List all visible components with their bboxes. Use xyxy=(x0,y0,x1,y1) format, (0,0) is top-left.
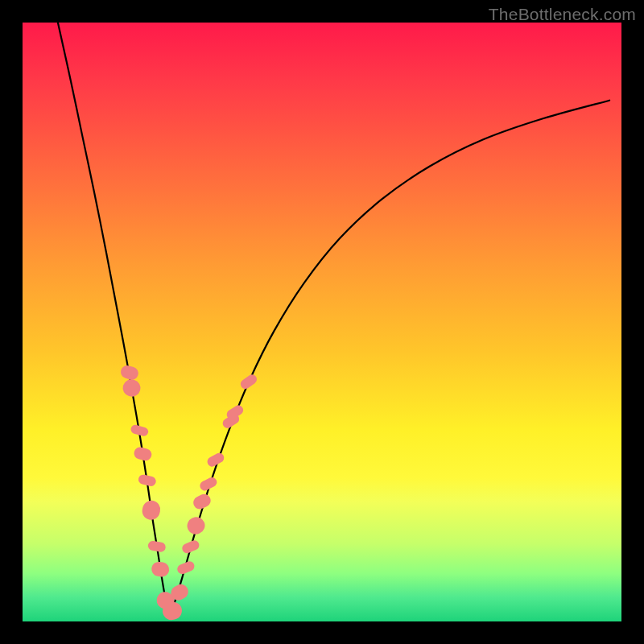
data-marker xyxy=(147,540,167,552)
data-marker xyxy=(205,452,225,469)
data-marker xyxy=(192,492,213,511)
data-marker xyxy=(180,539,200,554)
data-marker xyxy=(133,446,153,462)
markers-layer xyxy=(23,23,621,621)
data-marker xyxy=(141,499,162,522)
data-marker xyxy=(198,476,218,492)
data-marker xyxy=(175,560,196,576)
data-marker xyxy=(184,514,208,537)
data-marker xyxy=(138,474,157,487)
data-marker xyxy=(239,373,259,390)
data-marker xyxy=(130,424,149,437)
data-marker xyxy=(151,560,171,578)
watermark-text: TheBottleneck.com xyxy=(489,5,636,24)
data-marker xyxy=(121,378,142,398)
